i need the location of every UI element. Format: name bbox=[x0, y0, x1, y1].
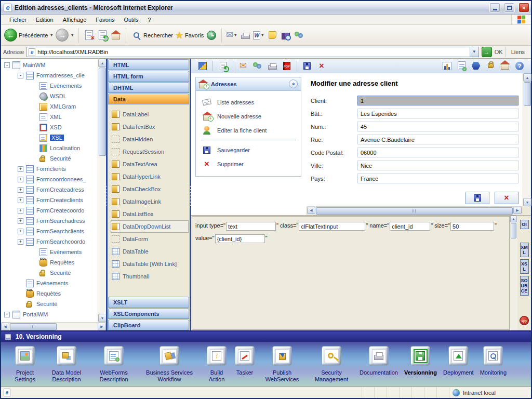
forward-button[interactable]: → ▼ bbox=[56, 29, 74, 42]
forward-caret-icon[interactable]: ▼ bbox=[70, 33, 74, 37]
palette-item[interactable]: DataTextArea bbox=[111, 158, 189, 170]
palette-item[interactable]: Thumbnail bbox=[111, 270, 189, 283]
links-menu[interactable]: Liens bbox=[506, 47, 529, 57]
scroll-up-icon[interactable]: ▲ bbox=[523, 73, 531, 82]
print-button[interactable] bbox=[240, 30, 251, 41]
notes-button[interactable] bbox=[267, 30, 278, 41]
expand-box-icon[interactable] bbox=[18, 177, 23, 182]
form-horizontal-scrollbar[interactable]: ◀ ▶ bbox=[307, 206, 522, 215]
palette-item[interactable]: DataHyperLink bbox=[111, 170, 189, 183]
panel-splitter[interactable] bbox=[106, 59, 108, 330]
expand-box-icon[interactable] bbox=[18, 208, 23, 214]
scroll-up-icon[interactable]: ▲ bbox=[510, 216, 517, 222]
xml-view-button[interactable]: XML bbox=[520, 243, 529, 257]
tree-item[interactable]: Evénements bbox=[1, 81, 98, 91]
palette-item[interactable]: DataTable bbox=[111, 245, 189, 258]
rue-field[interactable] bbox=[357, 135, 518, 144]
menu-help[interactable]: ? bbox=[144, 16, 155, 24]
tree-item[interactable]: Securité bbox=[1, 153, 98, 164]
security-button[interactable] bbox=[485, 60, 496, 72]
tree-item[interactable]: FormCreateclients bbox=[1, 195, 98, 205]
build-action-tool[interactable]: Build Action bbox=[205, 346, 229, 383]
oi-toggle-button[interactable]: OI bbox=[520, 220, 529, 229]
code-postal-field[interactable] bbox=[357, 148, 518, 157]
client-field[interactable] bbox=[357, 96, 518, 105]
code-vertical-scrollbar[interactable]: ▲ bbox=[510, 216, 517, 330]
collapse-box-icon[interactable] bbox=[4, 62, 10, 68]
form-delete-button[interactable]: × bbox=[495, 192, 518, 204]
palette-item[interactable]: DataHidden bbox=[111, 133, 189, 145]
go-button[interactable]: → bbox=[482, 47, 492, 57]
scroll-up-icon[interactable]: ▲ bbox=[98, 59, 107, 67]
form-vertical-scrollbar[interactable]: ▲ ▼ bbox=[523, 73, 531, 206]
documentation-tool[interactable]: Documentation bbox=[360, 346, 398, 376]
tree-item[interactable]: Securité bbox=[1, 268, 98, 278]
research-button[interactable] bbox=[280, 30, 291, 41]
bat-field[interactable] bbox=[357, 109, 518, 118]
tree-item[interactable]: FormCreatecoordo bbox=[1, 205, 98, 216]
panel-splitter[interactable] bbox=[190, 59, 191, 330]
xsl-view-button[interactable]: XSL bbox=[520, 259, 529, 274]
scroll-right-icon[interactable]: ▶ bbox=[513, 207, 522, 214]
tasker-tool[interactable]: Tasker bbox=[235, 346, 255, 376]
tree-item[interactable]: FormCreateadress bbox=[1, 184, 98, 195]
source-view-button[interactable]: SOURCE bbox=[520, 276, 529, 296]
tree-item[interactable]: Formclients bbox=[1, 164, 98, 174]
project-settings-tool[interactable]: Project Settings bbox=[10, 346, 39, 383]
report-button[interactable] bbox=[456, 60, 467, 72]
statistics-button[interactable] bbox=[441, 60, 453, 72]
help-button[interactable]: ? bbox=[514, 60, 525, 72]
business-services-tool[interactable]: Business Services Workflow bbox=[140, 346, 198, 383]
webforms-tool[interactable]: WebForms Description bbox=[94, 346, 134, 383]
palette-item[interactable]: DataTable [With Link] bbox=[111, 258, 189, 270]
messenger-button[interactable] bbox=[294, 30, 305, 41]
history-button[interactable] bbox=[206, 30, 217, 41]
editer-fiche-client-link[interactable]: Editer la fiche client bbox=[196, 123, 301, 137]
components-hex-button[interactable] bbox=[470, 60, 482, 72]
tree-vertical-scrollbar[interactable]: ▲ ▼ bbox=[98, 59, 106, 322]
menu-affichage[interactable]: Affichage bbox=[59, 16, 91, 24]
send-mail-button[interactable]: ✉ bbox=[237, 60, 249, 72]
restore-button[interactable] bbox=[504, 3, 515, 12]
tree-item[interactable]: WSDL bbox=[1, 91, 98, 101]
close-button[interactable]: × bbox=[518, 3, 529, 12]
scroll-left-icon[interactable]: ◀ bbox=[1, 323, 9, 331]
tree-item[interactable]: Evénements bbox=[1, 247, 98, 257]
num-field[interactable] bbox=[357, 122, 518, 131]
spy-button[interactable]: spy bbox=[520, 316, 529, 325]
deployment-tool[interactable]: Deployment bbox=[443, 346, 474, 376]
collapse-panel-button[interactable]: » bbox=[289, 79, 298, 88]
supprimer-link[interactable]: ×Supprimer bbox=[196, 157, 301, 171]
scroll-down-icon[interactable]: ▼ bbox=[523, 198, 531, 206]
collapse-box-icon[interactable] bbox=[18, 73, 23, 78]
expand-box-icon[interactable] bbox=[4, 312, 10, 317]
menu-fichier[interactable]: Fichier bbox=[5, 16, 31, 24]
tree-item[interactable]: Requètes bbox=[1, 257, 98, 268]
tree-item[interactable]: MainWM bbox=[1, 60, 98, 70]
print-page-button[interactable] bbox=[267, 60, 278, 72]
tree-item[interactable]: Localisation bbox=[1, 143, 98, 153]
ville-field[interactable] bbox=[357, 161, 518, 170]
palette-item[interactable]: DataTextBox bbox=[111, 121, 189, 133]
code-value-input[interactable]: 50 bbox=[450, 222, 494, 231]
tree-horizontal-scrollbar[interactable]: ◀ ▶ bbox=[1, 322, 106, 330]
favorites-button[interactable]: ★ Favoris bbox=[175, 31, 204, 40]
scrollbar-thumb[interactable] bbox=[511, 223, 516, 238]
tree-item[interactable]: FormSearchadress bbox=[1, 216, 98, 226]
tree-item[interactable]: PortalWM bbox=[1, 309, 98, 320]
tree-item[interactable]: FormSearchcoordo bbox=[1, 236, 98, 247]
versionning-tool[interactable]: Versionning bbox=[404, 346, 437, 376]
mail-button[interactable]: ✉▼ bbox=[226, 30, 237, 41]
menu-outils[interactable]: Outils bbox=[119, 16, 142, 24]
tree-item[interactable]: FormSearchclients bbox=[1, 226, 98, 236]
expand-box-icon[interactable] bbox=[18, 218, 23, 224]
tree-item[interactable]: Evénements bbox=[1, 278, 98, 288]
scroll-right-icon[interactable]: ▶ bbox=[98, 323, 106, 331]
components-button[interactable] bbox=[197, 60, 208, 72]
edit-word-button[interactable]: W▼ bbox=[253, 30, 264, 41]
back-button[interactable]: ← Précédente ▼ bbox=[4, 29, 54, 42]
tree-item[interactable]: XSD bbox=[1, 122, 98, 132]
palette-item[interactable]: DataLabel bbox=[111, 108, 189, 121]
palette-header-xslcomponents[interactable]: XSLComponents bbox=[108, 308, 189, 319]
palette-header-htmlform[interactable]: HTML form bbox=[108, 71, 189, 82]
